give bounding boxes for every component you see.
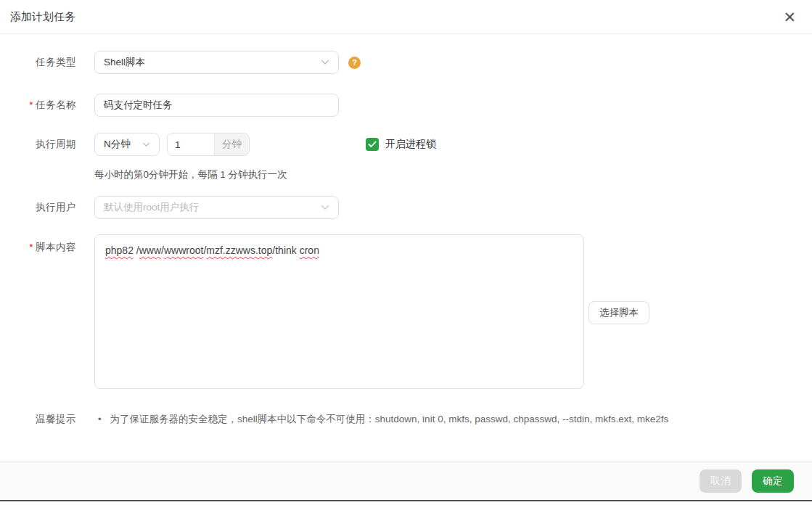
cycle-interval-input[interactable] — [168, 134, 214, 155]
tips-text: 为了保证服务器的安全稳定，shell脚本中以下命令不可使用：shutdown, … — [110, 413, 669, 427]
task-form: 任务类型 Shell脚本 ? *任务名称 执行周期 N分钟 — [0, 34, 812, 427]
dialog-footer: 取消 确定 — [0, 461, 812, 500]
required-asterisk: * — [29, 99, 33, 110]
process-lock-label: 开启进程锁 — [385, 138, 436, 151]
required-asterisk: * — [29, 242, 33, 252]
dialog-title: 添加计划任务 — [10, 10, 75, 24]
task-type-row: 任务类型 Shell脚本 ? — [0, 51, 812, 74]
task-type-select[interactable]: Shell脚本 — [94, 51, 339, 74]
cycle-period-select[interactable]: N分钟 — [94, 133, 160, 156]
cancel-button[interactable]: 取消 — [700, 469, 742, 493]
add-cron-task-dialog: 添加计划任务 ✕ 任务类型 Shell脚本 ? *任务名称 执行周期 — [0, 0, 812, 505]
task-type-value: Shell脚本 — [104, 56, 145, 69]
script-label: *脚本内容 — [0, 234, 76, 254]
task-type-label: 任务类型 — [0, 56, 76, 69]
chevron-down-icon — [321, 59, 329, 65]
help-icon[interactable]: ? — [348, 57, 361, 69]
cycle-period-value: N分钟 — [104, 138, 131, 151]
exec-user-row: 执行用户 默认使用root用户执行 — [0, 196, 812, 219]
process-lock-checkbox[interactable]: 开启进程锁 — [366, 138, 436, 151]
cycle-hint-text: 每小时的第0分钟开始，每隔 1 分钟执行一次 — [94, 168, 812, 181]
chevron-down-icon — [321, 205, 329, 210]
select-script-button[interactable]: 选择脚本 — [589, 301, 649, 324]
script-content[interactable]: php82 /www/wwwroot/mzf.zzwws.top/think c… — [94, 234, 584, 389]
cycle-interval-group: 分钟 — [167, 133, 250, 156]
cycle-label: 执行周期 — [0, 138, 76, 151]
tips-row: 温馨提示 • 为了保证服务器的安全稳定，shell脚本中以下命令不可使用：shu… — [0, 413, 812, 427]
exec-user-select[interactable]: 默认使用root用户执行 — [94, 196, 339, 219]
script-row: *脚本内容 php82 /www/wwwroot/mzf.zzwws.top/t… — [0, 234, 812, 389]
cycle-row: 执行周期 N分钟 分钟 开启进程锁 — [0, 133, 812, 156]
exec-user-label: 执行用户 — [0, 201, 76, 214]
chevron-down-icon — [142, 142, 150, 147]
dialog-bottom-edge — [0, 500, 812, 501]
dialog-header: 添加计划任务 ✕ — [0, 0, 812, 34]
close-icon[interactable]: ✕ — [779, 8, 800, 26]
tips-label: 温馨提示 — [0, 413, 76, 426]
cycle-unit-suffix: 分钟 — [214, 134, 249, 155]
checkbox-checked-icon — [366, 138, 379, 151]
exec-user-placeholder: 默认使用root用户执行 — [104, 201, 199, 214]
task-name-row: *任务名称 — [0, 94, 812, 117]
bullet-icon: • — [98, 413, 102, 426]
confirm-button[interactable]: 确定 — [752, 469, 794, 493]
task-name-input[interactable] — [94, 94, 339, 117]
task-name-label: *任务名称 — [0, 99, 76, 112]
